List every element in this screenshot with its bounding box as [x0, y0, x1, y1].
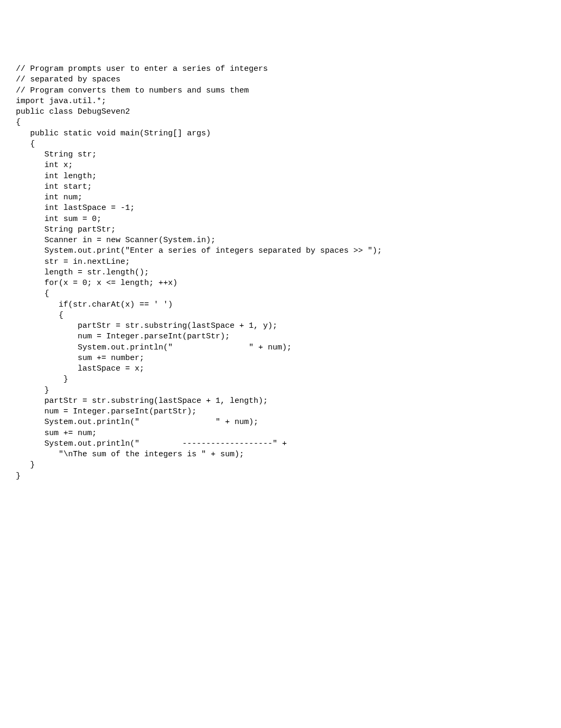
code-line: import java.util.*; — [16, 97, 106, 106]
code-line: str = in.nextLine; — [16, 257, 130, 266]
code-line: public class DebugSeven2 — [16, 107, 130, 116]
code-line: // Program prompts user to enter a serie… — [16, 64, 268, 73]
code-line: int lastSpace = -1; — [16, 204, 135, 213]
code-line: int length; — [16, 172, 97, 181]
code-block: // Program prompts user to enter a serie… — [16, 64, 545, 482]
code-line: sum += num; — [16, 429, 97, 438]
code-line: int sum = 0; — [16, 215, 101, 224]
code-line: num = Integer.parseInt(partStr); — [16, 332, 230, 341]
code-line: } — [16, 460, 35, 469]
code-line: for(x = 0; x <= length; ++x) — [16, 279, 177, 288]
code-line: System.out.println(" " + num); — [16, 418, 258, 427]
code-line: } — [16, 375, 68, 384]
code-line: } — [16, 386, 49, 395]
code-line: { — [16, 311, 63, 320]
code-line: if(str.charAt(x) == ' ') — [16, 300, 173, 309]
code-line: sum += number; — [16, 354, 144, 363]
code-line: lastSpace = x; — [16, 364, 144, 373]
code-line: String partStr; — [16, 225, 116, 234]
code-line: int x; — [16, 161, 73, 170]
code-line: partStr = str.substring(lastSpace + 1, y… — [16, 321, 277, 330]
code-line: { — [16, 118, 21, 127]
code-line: int start; — [16, 182, 92, 191]
code-line: // Program converts them to numbers and … — [16, 86, 249, 95]
code-line: int num; — [16, 193, 82, 202]
code-line: // separated by spaces — [16, 75, 120, 84]
code-line: partStr = str.substring(lastSpace + 1, l… — [16, 397, 268, 406]
code-line: System.out.print("Enter a series of inte… — [16, 246, 382, 255]
code-line: String str; — [16, 150, 97, 159]
code-line: { — [16, 289, 49, 298]
code-line: public static void main(String[] args) — [16, 129, 211, 138]
code-line: } — [16, 472, 21, 481]
code-line: System.out.println(" " + num); — [16, 343, 292, 352]
code-line: num = Integer.parseInt(partStr); — [16, 407, 197, 416]
code-line: "\nThe sum of the integers is " + sum); — [16, 450, 244, 459]
code-line: Scanner in = new Scanner(System.in); — [16, 236, 216, 245]
code-line: { — [16, 140, 35, 149]
code-line: System.out.println(" -------------------… — [16, 439, 287, 448]
code-line: length = str.length(); — [16, 268, 149, 277]
